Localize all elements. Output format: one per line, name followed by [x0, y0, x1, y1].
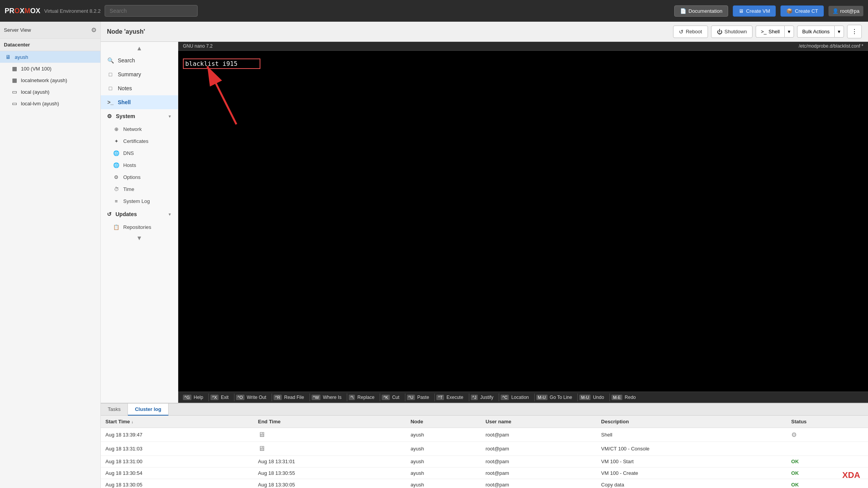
paste-key: ^U [407, 395, 415, 400]
shell-dropdown-button[interactable]: ▾ [784, 26, 794, 38]
cell-user: root@pam [481, 467, 596, 479]
terminal-title-left: GNU nano 7.2 [183, 43, 213, 49]
bulk-actions-button-group: Bulk Actions ▾ [797, 26, 844, 38]
cell-start: Aug 18 13:31:03 [101, 442, 253, 456]
user-icon: 👤 [832, 8, 839, 14]
nav-scroll-up-button[interactable]: ▲ [101, 43, 178, 53]
terminal-gotoline-cmd[interactable]: M-U Go To Line [535, 393, 578, 401]
exit-key: ^X [210, 395, 219, 400]
col-status[interactable]: Status [787, 416, 868, 428]
tab-tasks[interactable]: Tasks [101, 404, 128, 415]
nav-scroll-down-button[interactable]: ▼ [101, 233, 178, 243]
col-start-time[interactable]: Start Time ↓ [101, 416, 253, 428]
col-username[interactable]: User name [481, 416, 596, 428]
sidebar-item-vm100[interactable]: ▦ 100 (VM 100) [0, 63, 100, 74]
cell-desc: VM 100 - Create [596, 467, 786, 479]
nav-item-time[interactable]: ⏱ Time [101, 183, 178, 195]
nav-item-hosts[interactable]: 🌐 Hosts [101, 159, 178, 171]
terminal-redo-cmd[interactable]: M-E Redo [610, 393, 641, 401]
terminal-writeout-cmd[interactable]: ^O Write Out [234, 393, 272, 401]
nav-item-search[interactable]: 🔍 Search [101, 53, 178, 67]
cell-user: root@pam [481, 456, 596, 467]
nav-item-shell[interactable]: >_ Shell [101, 95, 178, 109]
help-key: ^G [183, 395, 191, 400]
tab-cluster-log[interactable]: Cluster log [128, 404, 169, 416]
execute-key: ^T [436, 395, 444, 400]
col-end-time[interactable]: End Time [253, 416, 406, 428]
terminal-paste-cmd[interactable]: ^U Paste [405, 393, 435, 401]
cell-node: ayush [406, 442, 481, 456]
cell-node: ayush [406, 456, 481, 467]
reboot-button[interactable]: ↺ Reboot [673, 26, 708, 38]
sidebar-item-local-lvm[interactable]: ▭ local-lvm (ayush) [0, 98, 100, 109]
terminal-undo-cmd[interactable]: M-U Undo [578, 393, 610, 401]
documentation-button[interactable]: 📄 Documentation [674, 5, 728, 17]
bulk-chevron-icon: ▾ [838, 29, 840, 34]
shutdown-button[interactable]: ⏻ Shutdown [711, 26, 753, 38]
undo-key: M-U [579, 395, 591, 400]
shell-main-button[interactable]: >_ Shell [756, 26, 784, 38]
gotoline-key: M-U [536, 395, 548, 400]
cell-node: ayush [406, 479, 481, 488]
sidebar-gear-button[interactable]: ⚙ [91, 26, 96, 34]
notes-nav-icon: □ [107, 85, 114, 91]
cell-desc: Copy data [596, 479, 786, 488]
nav-item-dns[interactable]: 🌐 DNS [101, 147, 178, 159]
terminal-execute-cmd[interactable]: ^T Execute [435, 393, 469, 401]
nav-item-updates[interactable]: ↺ Updates ▼ [101, 207, 178, 221]
terminal-justify-cmd[interactable]: ^J Justify [469, 393, 499, 401]
svg-line-1 [207, 66, 236, 124]
nav-item-options[interactable]: ⚙ Options [101, 171, 178, 183]
shell-chevron-icon: ▾ [788, 29, 790, 34]
nav-item-system-log[interactable]: ≡ System Log [101, 195, 178, 207]
create-vm-button[interactable]: 🖥 Create VM [733, 5, 776, 17]
sidebar-item-localnetwork[interactable]: ▦ localnetwork (ayush) [0, 74, 100, 86]
terminal-replace-cmd[interactable]: ^\ Replace [347, 393, 380, 401]
terminal-help-cmd[interactable]: ^G Help [181, 393, 209, 401]
options-nav-icon: ⚙ [113, 174, 119, 180]
cell-start: Aug 18 13:39:47 [101, 428, 253, 442]
terminal-exit-cmd[interactable]: ^X Exit [209, 393, 234, 401]
table-row: Aug 18 13:30:54 Aug 18 13:30:55 ayush ro… [101, 467, 868, 479]
search-nav-icon: 🔍 [107, 57, 114, 64]
terminal-location-cmd[interactable]: ^C Location [499, 393, 534, 401]
logo-text: PROXMOX [5, 7, 40, 15]
lvm-icon: ▭ [11, 100, 18, 107]
product-name: Virtual Environment 8.2.2 [44, 8, 101, 14]
terminal-input[interactable] [183, 58, 260, 69]
cell-desc: VM 100 - Start [596, 456, 786, 467]
create-ct-button[interactable]: 📦 Create CT [780, 5, 824, 17]
datacenter-label: Datacenter [0, 39, 100, 51]
nav-item-certificates[interactable]: ✦ Certificates [101, 135, 178, 147]
cell-status: OK [787, 456, 868, 467]
terminal-body[interactable] [178, 51, 868, 392]
cell-user: root@pam [481, 442, 596, 456]
nav-item-summary[interactable]: □ Summary [101, 67, 178, 81]
nav-item-system[interactable]: ⚙ System ▼ [101, 109, 178, 123]
status-ok-badge: OK [791, 459, 799, 464]
terminal-whereis-cmd[interactable]: ^W Where Is [310, 393, 348, 401]
terminal-cut-cmd[interactable]: ^K Cut [380, 393, 405, 401]
justify-key: ^J [471, 395, 478, 400]
search-input[interactable] [105, 5, 198, 17]
logo: PROXMOX Virtual Environment 8.2.2 [5, 7, 101, 15]
table-row: Aug 18 13:39:47 🖥 ayush root@pam Shell ⚙ [101, 428, 868, 442]
terminal-readfile-cmd[interactable]: ^R Read File [272, 393, 310, 401]
sidebar-item-local[interactable]: ▭ local (ayush) [0, 86, 100, 98]
shutdown-icon: ⏻ [717, 29, 722, 35]
cell-status [787, 442, 868, 456]
bulk-actions-main-button[interactable]: Bulk Actions [797, 26, 834, 38]
table-row: Aug 18 13:30:05 Aug 18 13:30:05 ayush ro… [101, 479, 868, 488]
nav-item-repositories[interactable]: 📋 Repositories [101, 221, 178, 233]
nav-item-notes[interactable]: □ Notes [101, 81, 178, 95]
nav-item-network[interactable]: ⊕ Network [101, 123, 178, 135]
repositories-nav-icon: 📋 [113, 224, 119, 230]
sidebar-item-ayush[interactable]: 🖥 ayush [0, 51, 100, 63]
shell-button-group: >_ Shell ▾ [756, 26, 794, 38]
location-key: ^C [501, 395, 509, 400]
col-description[interactable]: Description [596, 416, 786, 428]
more-options-button[interactable]: ⋮ [847, 25, 862, 38]
bulk-actions-dropdown-button[interactable]: ▾ [834, 26, 844, 38]
cell-end: 🖥 [253, 442, 406, 456]
col-node[interactable]: Node [406, 416, 481, 428]
